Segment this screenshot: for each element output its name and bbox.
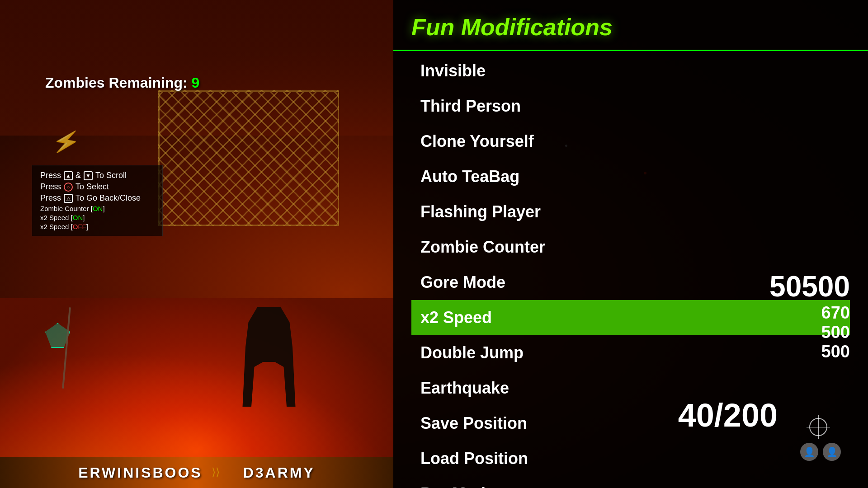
menu-item-invisible[interactable]: Invisible <box>411 53 850 89</box>
status-x2-speed-on: x2 Speed [ON] <box>40 214 154 221</box>
to-scroll-label: To Scroll <box>95 171 127 180</box>
menu-item-pro-mod[interactable]: Pro Mod <box>411 476 850 488</box>
player-icons: 👤 👤 <box>800 443 841 461</box>
status-zombie-counter: Zombie Counter [ON] <box>40 205 154 212</box>
banner-separator <box>212 466 234 479</box>
player-icon-2: 👤 <box>823 443 841 461</box>
controls-hud: Press ▲ & ▼ To Scroll Press ○ To Select … <box>32 165 163 236</box>
main-score: 50500 <box>769 270 850 303</box>
menu-item-auto-teabag[interactable]: Auto TeaBag <box>411 159 850 194</box>
to-back-label: To Go Back/Close <box>75 193 141 203</box>
player-icon-1: 👤 <box>800 443 818 461</box>
back-button-icon: △ <box>64 194 73 203</box>
zombies-label: Zombies Remaining: <box>45 75 188 91</box>
lightning-icon: ⚡ <box>50 127 82 157</box>
menu-title-text: Fun Modifications <box>411 14 850 41</box>
menu-item-third-person[interactable]: Third Person <box>411 89 850 124</box>
fence-mesh <box>158 90 339 226</box>
menu-item-load-position[interactable]: Load Position <box>411 441 850 476</box>
zombies-remaining-hud: Zombies Remaining: 9 <box>45 75 199 91</box>
menu-item-save-position[interactable]: Save Position <box>411 406 850 441</box>
down-button-icon: ▼ <box>84 171 93 180</box>
controls-back-line: Press △ To Go Back/Close <box>40 193 154 203</box>
menu-item-zombie-counter[interactable]: Zombie Counter <box>411 230 850 265</box>
press-label: Press <box>40 171 61 180</box>
menu-item-clone-yourself[interactable]: Clone Yourself <box>411 124 850 159</box>
controls-scroll-line: Press ▲ & ▼ To Scroll <box>40 171 154 180</box>
banner-right-text: D3ARMY <box>243 465 315 481</box>
ammo-display: 40/200 <box>678 397 778 434</box>
menu-panel: Fun Modifications Invisible Third Person… <box>393 0 868 488</box>
up-button-icon: ▲ <box>64 171 73 180</box>
bottom-banner: ERWINISBOOS D3ARMY <box>0 457 393 488</box>
score-sub3: 500 <box>769 342 850 361</box>
press-label-2: Press <box>40 182 61 192</box>
status-x2-speed-off: x2 Speed [OFF] <box>40 223 154 230</box>
crosshair <box>809 418 827 436</box>
banner-left-text: ERWINISBOOS <box>78 465 203 481</box>
menu-item-earthquake[interactable]: Earthquake <box>411 371 850 406</box>
menu-item-flashing-player[interactable]: Flashing Player <box>411 194 850 230</box>
score-sub1: 670 <box>769 303 850 323</box>
press-label-3: Press <box>40 193 61 203</box>
zombies-count: 9 <box>192 75 200 91</box>
score-display: 50500 670 500 500 <box>769 270 850 361</box>
to-select-label: To Select <box>75 182 109 192</box>
menu-title: Fun Modifications <box>393 0 868 51</box>
select-button-icon: ○ <box>64 183 73 192</box>
score-sub2: 500 <box>769 323 850 342</box>
controls-select-line: Press ○ To Select <box>40 182 154 192</box>
